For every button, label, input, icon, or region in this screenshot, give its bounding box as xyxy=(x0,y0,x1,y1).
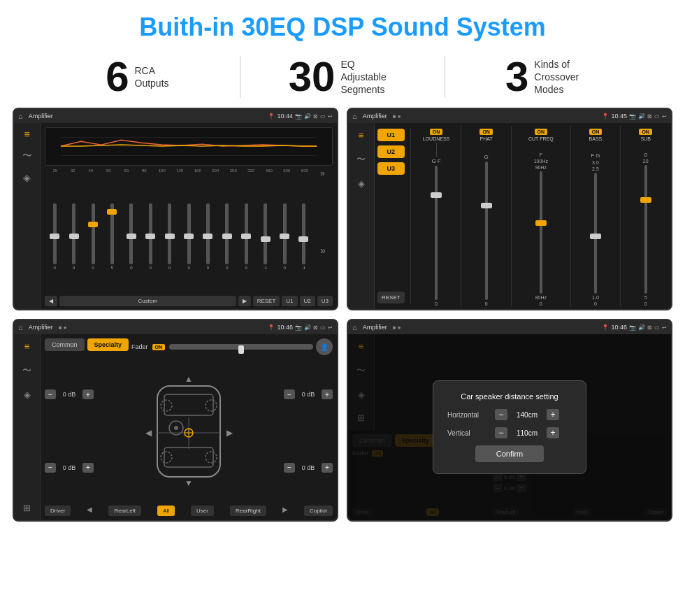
sub-slider-thumb[interactable] xyxy=(640,197,651,203)
back-icon-4[interactable]: ↩ xyxy=(662,324,667,331)
cutfreq-slider-thumb[interactable] xyxy=(535,220,547,226)
fader-slider[interactable] xyxy=(169,344,313,350)
slider-track-7[interactable] xyxy=(168,203,171,264)
slider-track-6[interactable] xyxy=(149,203,152,264)
slider-thumb-3[interactable] xyxy=(88,222,98,227)
slider-track-8[interactable] xyxy=(187,203,191,264)
back-icon-2[interactable]: ↩ xyxy=(662,113,667,120)
db-plus-2[interactable]: + xyxy=(82,463,94,473)
slider-track-1[interactable] xyxy=(53,203,57,264)
home-icon-2[interactable]: ⌂ xyxy=(352,112,357,120)
sub-slider-track[interactable] xyxy=(644,165,647,294)
slider-thumb-9[interactable] xyxy=(203,234,212,239)
slider-thumb-5[interactable] xyxy=(127,234,136,239)
u1-button[interactable]: U1 xyxy=(377,129,405,141)
db-plus-3[interactable]: + xyxy=(322,389,333,399)
db-plus-1[interactable]: + xyxy=(82,389,94,399)
home-icon-4[interactable]: ⌂ xyxy=(352,323,357,331)
slider-track-5[interactable] xyxy=(129,203,133,264)
rearleft-button-3[interactable]: RearLeft xyxy=(108,506,141,516)
slider-thumb-7[interactable] xyxy=(165,234,175,239)
loudness-slider-thumb[interactable] xyxy=(431,192,442,198)
db-minus-4[interactable]: − xyxy=(284,463,295,473)
wave-icon-2[interactable]: 〜 xyxy=(356,153,366,166)
location-icon-4: 📍 xyxy=(602,324,609,331)
dialog-vertical-minus[interactable]: − xyxy=(495,427,507,438)
back-icon-1[interactable]: ↩ xyxy=(328,113,333,120)
user-button-3[interactable]: User xyxy=(191,506,214,516)
specialty-tab[interactable]: Specialty xyxy=(87,338,129,351)
slider-col-6: 0 xyxy=(142,203,159,270)
slider-track-10[interactable] xyxy=(225,203,229,264)
home-icon-3[interactable]: ⌂ xyxy=(18,323,23,331)
slider-track-13[interactable] xyxy=(283,203,287,264)
dialog-horizontal-value: 140cm xyxy=(513,411,541,419)
speaker-icon[interactable]: ◈ xyxy=(23,172,31,183)
cutfreq-slider-track[interactable] xyxy=(540,171,542,294)
dialog-horizontal-plus[interactable]: + xyxy=(547,409,559,420)
eq-u1-button[interactable]: U1 xyxy=(282,296,297,306)
slider-track-12[interactable] xyxy=(264,203,267,264)
vol-icon-3[interactable]: ◈ xyxy=(24,389,31,400)
slider-thumb-2[interactable] xyxy=(69,234,79,239)
rearright-button-3[interactable]: RearRight xyxy=(230,506,266,516)
confirm-button[interactable]: Confirm xyxy=(475,445,545,462)
slider-thumb-6[interactable] xyxy=(145,234,155,239)
eq-reset-button[interactable]: RESET xyxy=(253,296,280,306)
db-plus-4[interactable]: + xyxy=(322,463,333,473)
back-icon-3[interactable]: ↩ xyxy=(328,324,333,331)
eq-filter-icon-3[interactable]: ≡ xyxy=(24,341,30,352)
slider-thumb-11[interactable] xyxy=(241,234,251,239)
db-minus-1[interactable]: − xyxy=(45,389,56,399)
slider-thumb-1[interactable] xyxy=(50,234,59,239)
eq-icon[interactable]: ≡ xyxy=(24,129,29,140)
db-minus-2[interactable]: − xyxy=(45,463,56,473)
wave-icon-3[interactable]: 〜 xyxy=(22,364,31,377)
eq-u3-button[interactable]: U3 xyxy=(317,296,333,306)
slider-val-12: -1 xyxy=(264,266,267,270)
copilot-button-3[interactable]: Copilot xyxy=(304,506,333,516)
slider-thumb-4[interactable] xyxy=(107,209,117,215)
bass-slider-thumb[interactable] xyxy=(590,234,601,239)
slider-track-3[interactable] xyxy=(92,203,95,264)
bass-slider-track[interactable] xyxy=(594,173,597,294)
eq-prev-button[interactable]: ◀ xyxy=(45,296,57,306)
slider-thumb-12[interactable] xyxy=(261,236,271,242)
slider-track-11[interactable] xyxy=(245,203,248,264)
wave-icon[interactable]: 〜 xyxy=(22,150,32,162)
u3-button[interactable]: U3 xyxy=(377,162,405,175)
slider-track-2[interactable] xyxy=(72,203,75,264)
slider-thumb-14[interactable] xyxy=(298,236,308,242)
phat-slider-track[interactable] xyxy=(485,162,488,300)
slider-track-14[interactable] xyxy=(302,203,305,264)
slider-track-9[interactable] xyxy=(206,203,210,264)
all-button-3[interactable]: All xyxy=(157,506,175,516)
dialog-vertical-plus[interactable]: + xyxy=(547,427,559,438)
user-icon-3[interactable]: 👤 xyxy=(316,338,333,355)
dialog-horizontal-minus[interactable]: − xyxy=(495,409,507,420)
cutfreq-hz1: 100Hz xyxy=(534,159,548,164)
u2-button[interactable]: U2 xyxy=(377,145,405,158)
status-icons-2: 📍 10:45 📷 🔊 ⊠ ▭ ↩ xyxy=(602,113,667,120)
eq-next-button[interactable]: ▶ xyxy=(238,296,251,306)
db-minus-3[interactable]: − xyxy=(284,389,295,399)
slider-track-4[interactable] xyxy=(110,203,114,264)
amp-reset-button[interactable]: RESET xyxy=(377,292,405,303)
phat-slider-thumb[interactable] xyxy=(481,203,492,208)
slider-thumb-13[interactable] xyxy=(280,234,289,239)
loudness-slider-track[interactable] xyxy=(435,166,438,300)
vol-icon-2[interactable]: ◈ xyxy=(358,178,365,189)
expand-icon-3[interactable]: ⊞ xyxy=(23,503,31,513)
slider-thumb-10[interactable] xyxy=(222,234,232,239)
eq-filter-icon-2[interactable]: ≡ xyxy=(359,130,364,141)
eq-u2-button[interactable]: U2 xyxy=(300,296,315,306)
freq-250: 250 xyxy=(224,169,243,178)
common-tab[interactable]: Common xyxy=(45,338,85,351)
volume-icon-1: 🔊 xyxy=(304,113,311,120)
home-icon-1[interactable]: ⌂ xyxy=(18,112,23,120)
eq-preset-label: Custom xyxy=(59,296,236,306)
driver-button-3[interactable]: Driver xyxy=(45,506,71,516)
slider-val-6: 0 xyxy=(150,266,152,270)
fader-thumb[interactable] xyxy=(238,345,244,354)
slider-thumb-8[interactable] xyxy=(184,234,194,239)
